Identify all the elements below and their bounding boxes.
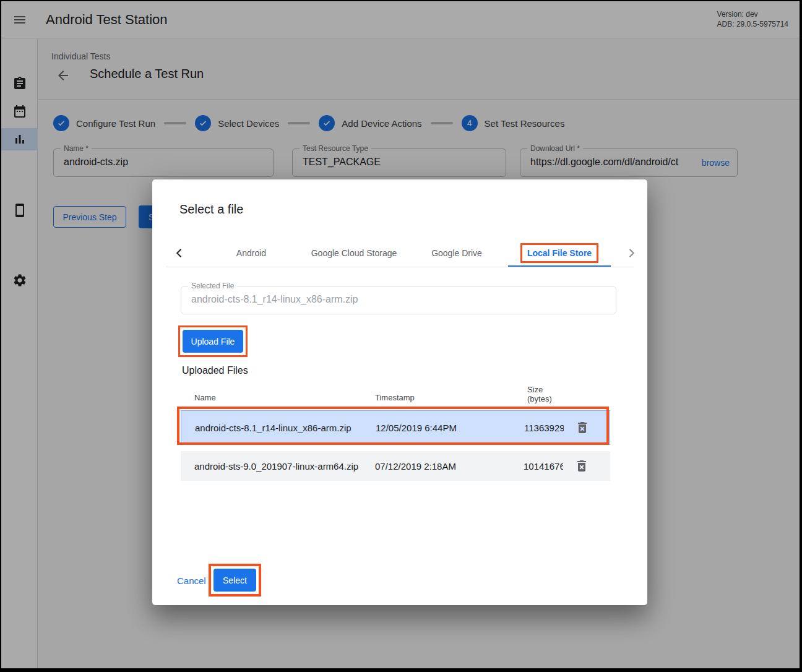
timestamp-cell: 12/05/2019 6:44PM — [376, 423, 457, 433]
table-row[interactable]: android-sts-9.0_201907-linux-arm64.zip 0… — [181, 451, 610, 481]
tab-local-file-store[interactable]: Local File Store — [508, 238, 611, 267]
tab-android[interactable]: Android — [200, 238, 303, 267]
size-cell: 101416764 — [524, 461, 563, 472]
delete-file-button[interactable] — [574, 459, 589, 473]
timestamp-cell: 07/12/2019 2:18AM — [375, 461, 456, 472]
chevron-right-icon — [625, 247, 637, 259]
annotation-box-local-file-store: Local File Store — [520, 243, 598, 263]
column-header-size-line2: (bytes) — [527, 394, 552, 403]
selected-file-value: android-cts-8.1_r14-linux_x86-arm.zip — [191, 294, 600, 305]
upload-file-button[interactable]: Upload File — [183, 330, 243, 353]
annotation-box-upload-file: Upload File — [178, 325, 248, 357]
file-name-cell: android-sts-9.0_201907-linux-arm64.zip — [194, 461, 358, 472]
tab-label: Android — [236, 248, 266, 258]
table-row-selected[interactable]: android-cts-8.1_r14-linux_x86-arm.zip 12… — [181, 410, 610, 445]
annotation-box-select: Select — [209, 564, 261, 597]
tab-google-drive[interactable]: Google Drive — [405, 238, 508, 267]
tab-label: Google Cloud Storage — [311, 248, 397, 258]
column-header-timestamp: Timestamp — [375, 393, 415, 402]
size-cell: 113639298 — [524, 423, 564, 433]
trash-delete-icon — [575, 420, 590, 435]
tab-google-cloud-storage[interactable]: Google Cloud Storage — [303, 238, 405, 267]
uploaded-files-title: Uploaded Files — [182, 365, 248, 376]
tab-label: Local File Store — [527, 248, 592, 258]
app-screen: Android Test Station Version: dev ADB: 2… — [1, 1, 800, 668]
uploaded-files-table-header: Name Timestamp Size (bytes) — [181, 384, 610, 405]
tabs-scroll-right-button[interactable] — [618, 238, 645, 267]
selected-file-label: Selected File — [188, 282, 237, 290]
divider — [166, 267, 634, 267]
cancel-button[interactable]: Cancel — [177, 569, 206, 592]
delete-file-button[interactable] — [575, 420, 590, 435]
column-header-size: Size (bytes) — [527, 385, 552, 403]
selected-file-field[interactable]: Selected File android-cts-8.1_r14-linux_… — [181, 286, 616, 314]
select-button[interactable]: Select — [213, 569, 256, 592]
tabs-scroll-left-button[interactable] — [166, 238, 193, 267]
chevron-left-icon — [173, 247, 186, 259]
file-source-tabs: Android Google Cloud Storage Google Driv… — [200, 238, 611, 267]
trash-delete-icon — [574, 459, 589, 473]
column-header-name: Name — [194, 393, 216, 402]
select-file-dialog: Select a file Android Google Cloud Stora… — [152, 179, 647, 605]
column-header-size-line1: Size — [527, 385, 552, 394]
dialog-title: Select a file — [179, 202, 243, 217]
file-name-cell: android-cts-8.1_r14-linux_x86-arm.zip — [195, 423, 351, 433]
tab-label: Google Drive — [431, 248, 482, 258]
